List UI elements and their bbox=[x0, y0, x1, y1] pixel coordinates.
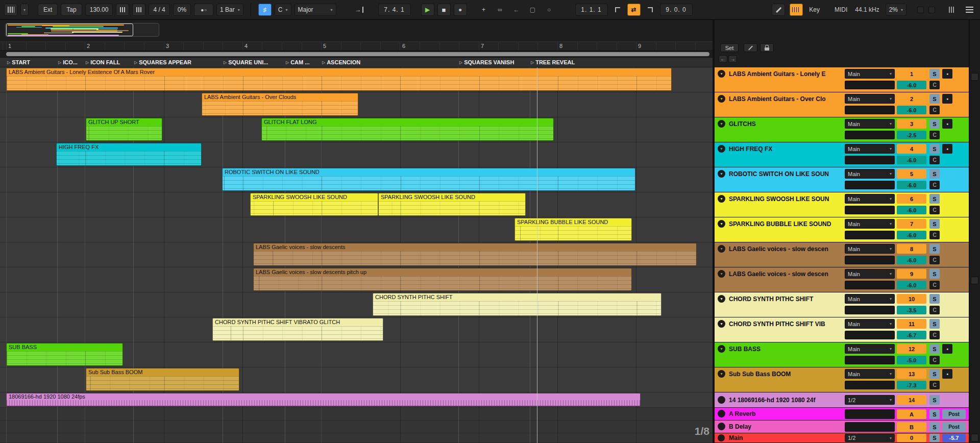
io-selector[interactable]: Main▾ bbox=[845, 119, 895, 129]
track-number-box[interactable]: 2 bbox=[897, 94, 926, 104]
metronome-icon[interactable]: ●○ bbox=[194, 4, 213, 16]
io-selector[interactable]: Main▾ bbox=[845, 369, 895, 379]
menu-icon[interactable] bbox=[963, 4, 976, 16]
pan-field[interactable]: C bbox=[929, 281, 940, 289]
automation-re-enable-icon[interactable]: ○ bbox=[543, 4, 556, 16]
locator-row[interactable]: ▷START▷ICO...▷ICON FALL▷SQUARES APPEAR▷S… bbox=[0, 58, 713, 67]
track-header[interactable]: ▸14 18069166-hd 1920 1080 24f1/2▾14S bbox=[715, 392, 969, 408]
browser-dropdown-icon[interactable]: ▾ bbox=[20, 4, 29, 16]
track-fold-button[interactable]: ▾ bbox=[718, 145, 725, 153]
volume-field[interactable]: -2.5 bbox=[897, 131, 926, 139]
solo-button[interactable]: S bbox=[929, 422, 940, 432]
dot-icon[interactable]: ● bbox=[942, 369, 952, 379]
pan-field[interactable]: C bbox=[929, 256, 940, 264]
volume-field[interactable]: -6.0 bbox=[897, 231, 926, 239]
pan-field[interactable]: C bbox=[929, 81, 940, 89]
solo-button[interactable]: S bbox=[929, 395, 940, 405]
clip[interactable]: CHORD SYNTH PITHC SHIFT VIBRATO GLITCH bbox=[212, 318, 383, 341]
beat-time-ruler[interactable]: 123456789 bbox=[0, 41, 713, 51]
record-button[interactable]: ● bbox=[454, 4, 467, 16]
quantize-menu[interactable]: 1 Bar▾ bbox=[216, 4, 243, 16]
tempo-field[interactable]: 130.00 bbox=[85, 4, 113, 16]
dot-icon[interactable]: ● bbox=[942, 119, 952, 129]
pan-field[interactable]: C bbox=[929, 331, 940, 339]
track-number-box[interactable]: 12 bbox=[897, 344, 926, 354]
speaker-icon[interactable]: ● bbox=[942, 94, 952, 104]
track-fold-button[interactable]: ▾ bbox=[718, 295, 725, 303]
track-fold-button[interactable]: ▾ bbox=[718, 245, 725, 253]
pan-field[interactable]: C bbox=[929, 306, 940, 314]
io-selector[interactable]: Main▾ bbox=[845, 294, 895, 304]
solo-button[interactable]: S bbox=[929, 219, 940, 229]
scale-icon[interactable]: ♯ bbox=[258, 4, 272, 16]
solo-button[interactable]: S bbox=[929, 319, 940, 329]
track-number-box[interactable]: 4 bbox=[897, 144, 926, 154]
clip[interactable]: LABS Gaelic voices - slow descents bbox=[253, 243, 697, 266]
volume-field[interactable]: -6.0 bbox=[897, 206, 926, 214]
clip[interactable]: SUB BASS bbox=[6, 343, 123, 366]
volume-field[interactable]: -3.5 bbox=[897, 306, 926, 314]
io-selector[interactable]: Main▾ bbox=[845, 244, 895, 254]
post-fader-field[interactable]: Post bbox=[942, 409, 966, 419]
ext-sync-button[interactable]: Ext bbox=[38, 4, 58, 16]
volume-field[interactable]: -7.3 bbox=[897, 381, 926, 389]
time-signature-field[interactable]: 4 / 4 bbox=[149, 4, 169, 16]
playhead[interactable] bbox=[537, 67, 537, 443]
clip[interactable]: SPARKLING SWOOSH LIKE SOUND bbox=[378, 193, 526, 216]
track-fold-button[interactable]: ▾ bbox=[718, 120, 725, 128]
track-fold-button[interactable]: ▸ bbox=[718, 423, 725, 430]
track-fold-button[interactable]: ▾ bbox=[718, 345, 725, 353]
clip[interactable]: SPARKLING SWOOSH LIKE SOUND bbox=[250, 193, 378, 216]
track-header[interactable]: ▾LABS Gaelic voices - slow descenMain▾9-… bbox=[715, 267, 969, 292]
track-fold-button[interactable]: ▾ bbox=[718, 220, 725, 228]
key-map-button[interactable]: Key bbox=[807, 6, 821, 13]
return-track-header[interactable]: ▸B DelayBSPost bbox=[715, 421, 969, 433]
track-fold-button[interactable]: ▾ bbox=[718, 270, 725, 278]
volume-field[interactable]: -6.7 bbox=[897, 331, 926, 339]
locator-flag[interactable]: ▷CAM ... bbox=[285, 58, 309, 67]
io-selector[interactable]: 1/2▾ bbox=[845, 434, 895, 442]
track-header[interactable]: ▾LABS Ambient Guitars - Over CloMain▾2-6… bbox=[715, 92, 969, 117]
track-number-box[interactable]: 1 bbox=[897, 69, 926, 79]
clip[interactable]: 18069166-hd 1920 1080 24fps bbox=[6, 393, 641, 406]
side-control-bottom-icon[interactable] bbox=[971, 434, 978, 441]
return-track-lane[interactable] bbox=[0, 408, 713, 421]
punch-out-icon[interactable] bbox=[644, 4, 657, 16]
arrangement-overview[interactable] bbox=[5, 23, 159, 37]
main-track-header[interactable]: ▸Main1/2▾0S-5.7 bbox=[715, 433, 969, 443]
clip[interactable]: GLITCH UP SHORT bbox=[86, 118, 162, 141]
track-header[interactable]: ▾CHORD SYNTH PITHC SHIFT VIBMain▾11-6.7S… bbox=[715, 317, 969, 342]
clip[interactable]: GLITCH FLAT LONG bbox=[261, 118, 554, 141]
track-fold-button[interactable]: ▸ bbox=[718, 410, 725, 417]
track-header[interactable]: ▾GLITCHSMain▾3-2.5SC● bbox=[715, 117, 969, 142]
pan-field[interactable]: C bbox=[929, 106, 940, 114]
loop-length-field[interactable]: 9. 0. 0 bbox=[660, 4, 693, 16]
track-number-box[interactable]: 6 bbox=[897, 194, 926, 204]
track-number-box[interactable]: 7 bbox=[897, 219, 926, 229]
solo-button[interactable]: S bbox=[929, 194, 940, 204]
scale-root-menu[interactable]: C▾ bbox=[275, 4, 291, 16]
tap-tempo-button[interactable]: Tap bbox=[61, 4, 82, 16]
track-fold-button[interactable]: ▸ bbox=[718, 396, 725, 404]
track-fold-button[interactable]: ▾ bbox=[718, 70, 725, 78]
track-header[interactable]: ▾LABS Gaelic voices - slow descenMain▾8-… bbox=[715, 242, 969, 267]
solo-button[interactable]: S bbox=[929, 94, 940, 104]
track-fold-button[interactable]: ▾ bbox=[718, 95, 725, 103]
loop-start-field[interactable]: 1. 1. 1 bbox=[575, 4, 608, 16]
loop-icon[interactable]: ⇄ bbox=[627, 4, 641, 16]
locator-flag[interactable]: ▷SQUARE UNI... bbox=[223, 58, 268, 67]
clip[interactable]: ROBOTIC SWITCH ON LIKE SOUND bbox=[222, 168, 635, 191]
track-fold-button[interactable]: ▾ bbox=[718, 195, 725, 203]
stop-button[interactable]: ■ bbox=[437, 4, 451, 16]
clip[interactable]: SPARKLING BUBBLE LIKE SOUND bbox=[514, 218, 632, 241]
solo-button[interactable]: S bbox=[929, 369, 940, 379]
follow-icon[interactable]: → bbox=[353, 4, 366, 16]
midi-map-button[interactable]: MIDI bbox=[833, 6, 849, 13]
volume-field[interactable]: -6.0 bbox=[897, 81, 926, 89]
set-button[interactable]: Set bbox=[720, 43, 739, 52]
loop-brace[interactable] bbox=[6, 52, 709, 56]
speaker-icon[interactable]: ● bbox=[942, 69, 952, 79]
clip[interactable]: CHORD SYNTH PITHC SHIFT bbox=[373, 293, 662, 316]
volume-field[interactable]: -6.0 bbox=[897, 181, 926, 189]
track-header[interactable]: ▾SPARKLING SWOOSH LIKE SOUNMain▾6-6.0SC bbox=[715, 192, 969, 217]
